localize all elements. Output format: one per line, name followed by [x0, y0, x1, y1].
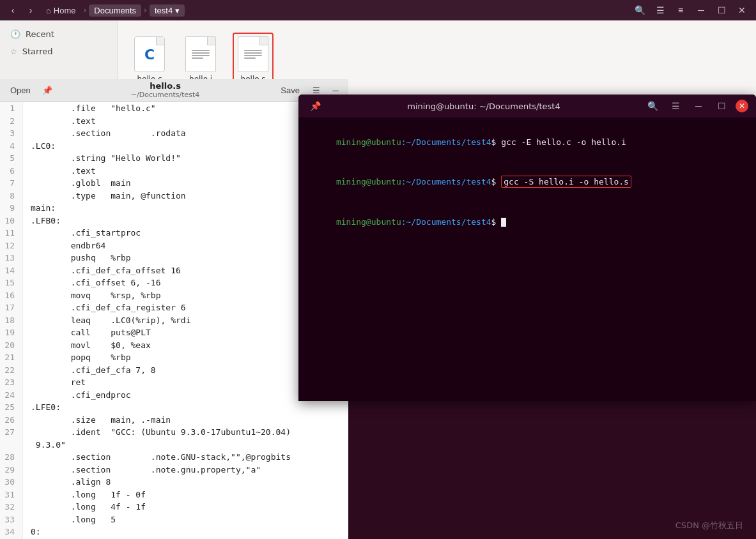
documents-label: Documents — [94, 6, 136, 15]
code-line-30: 30 .align 8 — [0, 476, 348, 489]
line-code: .cfi_def_cfa 7, 8 — [23, 364, 156, 377]
maximize-button[interactable]: ☐ — [713, 3, 730, 18]
crumb-sep-1: › — [84, 6, 87, 15]
code-line-9: 9main: — [0, 202, 348, 215]
code-line-28: 28 .section .note.GNU-stack,"",@progbits — [0, 451, 348, 464]
pin-button[interactable]: 📌 — [40, 83, 55, 98]
code-line-24: 24 .cfi_endproc — [0, 389, 348, 402]
term-highlight: gcc -S hello.i -o hello.s — [501, 176, 631, 188]
line-code: .string "Hello World!" — [23, 152, 181, 165]
terminal-close-button[interactable]: ✕ — [736, 100, 748, 112]
line-number: 21 — [0, 351, 23, 364]
test4-crumb[interactable]: test4 ▾ — [150, 4, 185, 17]
sidebar-item-starred[interactable]: ☆ Starred — [0, 43, 117, 60]
open-button[interactable]: Open — [5, 84, 36, 96]
back-button[interactable]: ‹ — [5, 3, 20, 18]
file-lines — [192, 49, 210, 60]
code-line-17: 17 .cfi_def_cfa_register 6 — [0, 301, 348, 314]
code-line-  : 9.3.0" — [0, 439, 348, 452]
menu-button[interactable]: ≡ — [672, 3, 690, 18]
terminal-menu-button[interactable]: ☰ — [667, 98, 684, 114]
home-crumb[interactable]: ⌂ Home — [41, 4, 81, 17]
line-code: .file "hello.c" — [23, 102, 156, 115]
line-number: 24 — [0, 389, 23, 402]
line-code: .ident "GCC: (Ubuntu 9.3.0-17ubuntu1~20.… — [23, 426, 291, 439]
line-code: ret — [23, 376, 86, 389]
code-line-3: 3 .section .rodata — [0, 127, 348, 140]
line-number: 30 — [0, 476, 23, 489]
code-line-19: 19 call puts@PLT — [0, 326, 348, 339]
term-dollar-3: $ — [491, 217, 502, 227]
line-number: 17 — [0, 301, 23, 314]
minimize-button[interactable]: ─ — [692, 3, 710, 18]
line-number: 25 — [0, 401, 23, 414]
line-number: 3 — [0, 127, 23, 140]
forward-button[interactable]: › — [23, 3, 38, 18]
code-line-11: 11 .cfi_startproc — [0, 227, 348, 239]
line-code: leaq .LC0(%rip), %rdi — [23, 314, 190, 327]
sidebar-item-recent[interactable]: 🕐 Recent — [0, 26, 117, 43]
line-code: .LFE0: — [23, 401, 61, 414]
line-number: 27 — [0, 426, 23, 439]
code-line-34: 340: — [0, 526, 348, 538]
line-number: 19 — [0, 326, 23, 339]
code-line-13: 13 pushq %rbp — [0, 252, 348, 264]
code-line-2: 2 .text — [0, 115, 348, 128]
line-code: .globl main — [23, 177, 131, 190]
code-line-20: 20 movl $0, %eax — [0, 339, 348, 352]
line-number: 2 — [0, 115, 23, 128]
line-code: main: — [23, 202, 56, 215]
file-icon-i — [185, 36, 216, 72]
editor-titlebar: Open 📌 hello.s ~/Documents/test4 Save ☰ … — [0, 79, 348, 102]
code-line-12: 12 endbr64 — [0, 239, 348, 252]
line-number: 11 — [0, 227, 23, 239]
terminal-pin-button[interactable]: 📌 — [306, 98, 324, 114]
terminal-minimize-button[interactable]: ─ — [690, 98, 707, 114]
code-line-21: 21 popq %rbp — [0, 351, 348, 364]
term-prompt-2: mining@ubuntu — [336, 177, 401, 186]
line-number: 34 — [0, 526, 23, 538]
watermark: CSDN @竹秋五日 — [675, 520, 743, 531]
editor-panel: Open 📌 hello.s ~/Documents/test4 Save ☰ … — [0, 79, 348, 539]
code-line-23: 23 ret — [0, 376, 348, 389]
documents-crumb[interactable]: Documents — [89, 4, 141, 17]
line-number: 4 — [0, 140, 23, 153]
terminal-body[interactable]: mining@ubuntu:~/Documents/test4$ gcc -E … — [298, 118, 756, 401]
line-number: 20 — [0, 339, 23, 352]
line-number: 6 — [0, 165, 23, 178]
code-line-5: 5 .string "Hello World!" — [0, 152, 348, 165]
terminal-line-1: mining@ubuntu:~/Documents/test4$ gcc -E … — [306, 123, 748, 162]
term-path-2: :~/Documents/test4 — [401, 177, 491, 186]
line-number: 1 — [0, 102, 23, 115]
code-line-22: 22 .cfi_def_cfa 7, 8 — [0, 364, 348, 377]
line-number: 16 — [0, 289, 23, 302]
code-line-32: 32 .long 4f - 1f — [0, 501, 348, 513]
terminal-search-button[interactable]: 🔍 — [644, 98, 661, 114]
line-code: .cfi_offset 6, -16 — [23, 277, 161, 289]
file-hello-c[interactable]: C hello.c — [130, 34, 169, 86]
file-hello-i[interactable]: hello.i — [181, 34, 220, 86]
view-button[interactable]: ☰ — [651, 3, 669, 18]
clock-icon: 🕐 — [10, 29, 20, 39]
line-number — [0, 439, 23, 452]
line-code: .section .rodata — [23, 127, 186, 140]
term-dollar-1: $ gcc -E hello.c -o hello.i — [491, 137, 626, 147]
line-code: .LFB0: — [23, 215, 61, 227]
code-line-1: 1 .file "hello.c" — [0, 102, 348, 115]
code-line-15: 15 .cfi_offset 6, -16 — [0, 277, 348, 289]
line-number: 22 — [0, 364, 23, 377]
term-prompt-3: mining@ubuntu — [336, 217, 401, 227]
close-button[interactable]: ✕ — [733, 3, 751, 18]
terminal-maximize-button[interactable]: ☐ — [713, 98, 730, 114]
code-line-16: 16 movq %rsp, %rbp — [0, 289, 348, 302]
term-dollar-2: $ — [491, 177, 502, 186]
search-button[interactable]: 🔍 — [631, 3, 649, 18]
line-code: .section .note.GNU-stack,"",@progbits — [23, 451, 291, 464]
code-line-7: 7 .globl main — [0, 177, 348, 190]
crumb-sep-2: › — [144, 6, 147, 15]
code-line-10: 10.LFB0: — [0, 215, 348, 227]
term-path-1: :~/Documents/test4 — [401, 137, 491, 147]
editor-content[interactable]: 1 .file "hello.c"2 .text3 .section .roda… — [0, 102, 348, 539]
line-code: .cfi_def_cfa_offset 16 — [23, 264, 181, 277]
terminal-titlebar: 📌 mining@ubuntu: ~/Documents/test4 🔍 ☰ ─… — [298, 95, 756, 118]
